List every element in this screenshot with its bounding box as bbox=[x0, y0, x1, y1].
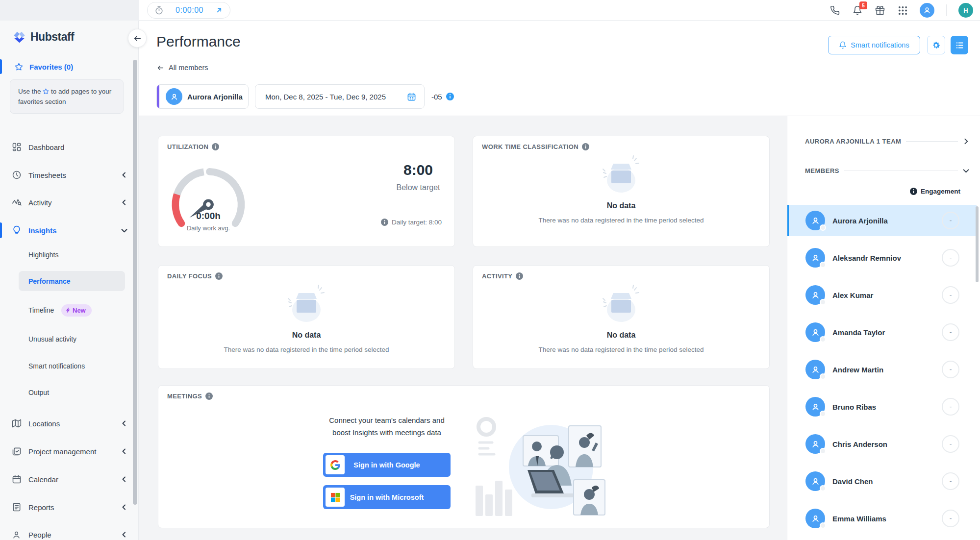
microsoft-button-label: Sign in with Microsoft bbox=[350, 493, 424, 501]
sign-in-with-microsoft-button[interactable]: Sign in with Microsoft bbox=[323, 485, 451, 509]
meetings-card: MEETINGS Connect your team's calendars a… bbox=[158, 385, 770, 528]
utilization-target-block: 8:00 Below target bbox=[379, 162, 457, 192]
avatar bbox=[805, 509, 825, 528]
account-avatar[interactable]: H bbox=[958, 3, 973, 18]
sidebar-item-label: Timeline bbox=[28, 306, 54, 314]
microsoft-logo-icon bbox=[326, 488, 345, 507]
star-icon bbox=[43, 88, 49, 95]
sidebar-item-output[interactable]: Output bbox=[0, 383, 139, 402]
utilization-card-title: UTILIZATION bbox=[167, 143, 208, 150]
activity-trend-icon bbox=[11, 197, 22, 208]
divider bbox=[844, 171, 958, 171]
open-timer-icon[interactable] bbox=[215, 6, 223, 14]
status-dot bbox=[820, 336, 826, 343]
main-header: Performance All members Aurora Arjonilla… bbox=[139, 21, 980, 116]
info-icon[interactable] bbox=[582, 143, 589, 150]
favorites-hint: Use the to add pages to your favorites s… bbox=[10, 79, 124, 114]
member-filter-value: Aurora Arjonilla bbox=[187, 93, 243, 101]
daily-target-text: Daily target: 8:00 bbox=[392, 219, 442, 226]
gift-icon[interactable] bbox=[875, 5, 885, 16]
avatar bbox=[805, 397, 825, 417]
work-time-classification-card: WORK TIME CLASSIFICATION No data There w… bbox=[473, 136, 770, 247]
timezone-indicator: -05 bbox=[431, 84, 454, 109]
apps-grid-icon[interactable] bbox=[897, 5, 908, 16]
chevron-left-icon bbox=[121, 532, 127, 538]
sidebar-item-locations[interactable]: Locations bbox=[0, 414, 139, 433]
member-row-andrew-martin[interactable]: Andrew Martin - bbox=[787, 354, 977, 385]
sidebar-item-label: Insights bbox=[28, 226, 57, 235]
member-row-david-chen[interactable]: David Chen - bbox=[787, 466, 977, 497]
sidebar-item-dashboard[interactable]: Dashboard bbox=[0, 137, 139, 157]
team-header: AURORA ARJONILLA 1 TEAM bbox=[805, 138, 901, 145]
member-row-alex-kumar[interactable]: Alex Kumar - bbox=[787, 279, 977, 311]
calendar-icon bbox=[11, 474, 22, 485]
sidebar-item-performance[interactable]: Performance bbox=[0, 271, 139, 291]
smart-notifications-button[interactable]: Smart notifications bbox=[828, 36, 920, 54]
sidebar-item-label: Timesheets bbox=[28, 171, 66, 179]
member-row-aurora-arjonilla[interactable]: Aurora Arjonilla - bbox=[787, 205, 977, 236]
target-status: Below target bbox=[379, 183, 457, 192]
meetings-promo-text: Connect your team's calendars and boost … bbox=[323, 414, 451, 439]
engagement-score: - bbox=[942, 249, 959, 267]
widget-list-button[interactable] bbox=[951, 36, 968, 54]
promo-line-1: Connect your team's calendars and bbox=[323, 414, 451, 426]
member-row-emma-williams[interactable]: Emma Williams - bbox=[787, 503, 977, 534]
sidebar-item-people[interactable]: People bbox=[0, 525, 139, 540]
engagement-score: - bbox=[942, 472, 959, 490]
hubstaff-logo-icon bbox=[13, 30, 26, 44]
topbar-divider bbox=[946, 4, 947, 16]
sidebar-item-reports[interactable]: Reports bbox=[0, 497, 139, 517]
sidebar-item-unusual-activity[interactable]: Unusual activity bbox=[0, 329, 139, 349]
info-icon[interactable] bbox=[215, 272, 223, 280]
timer-widget[interactable]: 0:00:00 bbox=[147, 2, 230, 19]
info-icon[interactable] bbox=[212, 143, 219, 150]
member-filter-chip[interactable]: Aurora Arjonilla bbox=[156, 84, 249, 109]
map-icon bbox=[11, 418, 22, 429]
team-header-row[interactable]: AURORA ARJONILLA 1 TEAM bbox=[805, 138, 969, 145]
utc-offset: -05 bbox=[431, 93, 442, 101]
sidebar-item-highlights[interactable]: Highlights bbox=[0, 245, 139, 265]
collapse-sidebar-button[interactable] bbox=[128, 29, 147, 48]
back-to-all-members-link[interactable]: All members bbox=[157, 64, 208, 72]
info-icon[interactable] bbox=[516, 272, 523, 280]
top-bar-left-segment bbox=[0, 0, 139, 21]
member-row-amanda-taylor[interactable]: Amanda Taylor - bbox=[787, 317, 977, 348]
dashboard-icon bbox=[11, 142, 22, 152]
no-data-title: No data bbox=[473, 201, 769, 210]
chevron-left-icon bbox=[121, 476, 127, 482]
engagement-score: - bbox=[942, 398, 959, 416]
settings-button[interactable] bbox=[927, 36, 945, 54]
status-dot bbox=[820, 522, 826, 529]
member-row-chris-anderson[interactable]: Chris Anderson - bbox=[787, 428, 977, 460]
notifications-bell-icon[interactable]: 5 bbox=[852, 5, 863, 16]
view-as-avatar[interactable] bbox=[920, 3, 934, 18]
sidebar-item-timesheets[interactable]: Timesheets bbox=[0, 165, 139, 185]
favorites-section[interactable]: Favorites (0) bbox=[0, 59, 139, 74]
favorites-active-bar bbox=[0, 59, 2, 74]
status-dot bbox=[820, 448, 826, 454]
sidebar-item-calendar[interactable]: Calendar bbox=[0, 469, 139, 489]
engagement-info-icon[interactable] bbox=[910, 188, 917, 195]
sidebar-item-timeline[interactable]: Timeline New bbox=[0, 300, 139, 320]
no-data-message: There was no data registered in the time… bbox=[473, 217, 769, 224]
hubstaff-logo[interactable]: Hubstaff bbox=[13, 30, 74, 44]
sidebar-item-project-management[interactable]: Project management bbox=[0, 442, 139, 461]
member-row-bruno-ribas[interactable]: Bruno Ribas - bbox=[787, 391, 977, 422]
sign-in-with-google-button[interactable]: Sign in with Google bbox=[323, 453, 451, 477]
info-icon[interactable] bbox=[205, 393, 213, 400]
sidebar-item-activity[interactable]: Activity bbox=[0, 193, 139, 212]
member-row-aleksandr-remniov[interactable]: Aleksandr Remniov - bbox=[787, 242, 977, 273]
google-button-label: Sign in with Google bbox=[353, 461, 420, 469]
sidebar-scrollbar-thumb[interactable] bbox=[133, 60, 137, 505]
clock-icon bbox=[11, 170, 22, 180]
member-list-scrollbar-thumb[interactable] bbox=[976, 206, 979, 282]
date-range-picker[interactable]: Mon, Dec 8, 2025 - Tue, Dec 9, 2025 bbox=[255, 84, 425, 109]
timezone-info-icon[interactable] bbox=[446, 93, 454, 100]
members-header-row[interactable]: MEMBERS bbox=[805, 167, 969, 174]
info-icon[interactable] bbox=[381, 219, 388, 226]
sidebar-item-smart-notifications[interactable]: Smart notifications bbox=[0, 356, 139, 376]
phone-icon[interactable] bbox=[829, 5, 840, 16]
sidebar-item-insights[interactable]: Insights bbox=[0, 221, 139, 240]
hubstaff-app: 0:00:00 5 H bbox=[0, 0, 980, 540]
avatar bbox=[805, 360, 825, 379]
